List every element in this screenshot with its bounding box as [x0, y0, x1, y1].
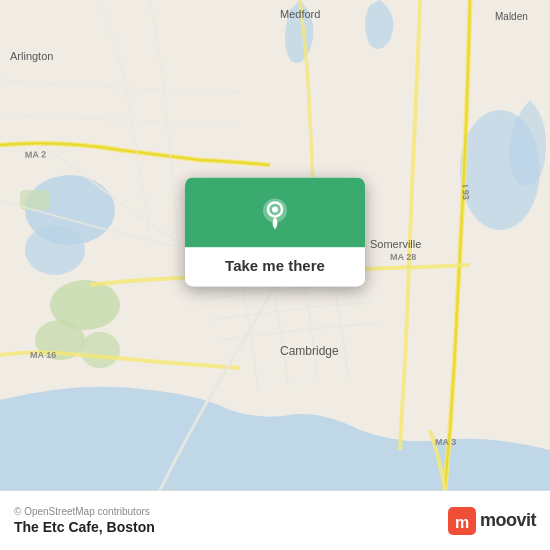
svg-text:MA 28: MA 28	[390, 252, 416, 262]
svg-point-2	[25, 225, 85, 275]
svg-text:MA 16: MA 16	[30, 350, 56, 360]
svg-text:MA 3: MA 3	[435, 437, 456, 447]
take-me-there-button[interactable]: Take me there	[185, 247, 365, 286]
svg-text:I 93: I 93	[460, 184, 471, 200]
moovit-text-label: moovit	[480, 510, 536, 531]
svg-text:Arlington: Arlington	[10, 50, 53, 62]
map-container[interactable]: MA 2 I 93 MA 28 MA 16 MA 2A MA 3 Arlingt…	[0, 0, 550, 490]
svg-text:Somerville: Somerville	[370, 238, 421, 250]
svg-point-6	[80, 332, 120, 368]
popup-green-header	[185, 177, 365, 247]
moovit-logo: m moovit	[448, 507, 536, 535]
svg-text:MA 2: MA 2	[25, 149, 47, 160]
svg-text:Medford: Medford	[280, 8, 320, 20]
bottom-bar: © OpenStreetMap contributors The Etc Caf…	[0, 490, 550, 550]
attribution-text: © OpenStreetMap contributors	[14, 506, 155, 517]
svg-text:Cambridge: Cambridge	[280, 344, 339, 358]
bottom-left-info: © OpenStreetMap contributors The Etc Caf…	[14, 506, 155, 535]
svg-text:m: m	[455, 514, 469, 531]
popup-card: Take me there	[185, 177, 365, 286]
svg-point-21	[272, 206, 278, 212]
place-name-label: The Etc Cafe, Boston	[14, 519, 155, 535]
moovit-icon: m	[448, 507, 476, 535]
svg-text:Malden: Malden	[495, 11, 528, 22]
location-pin-icon	[256, 195, 294, 233]
